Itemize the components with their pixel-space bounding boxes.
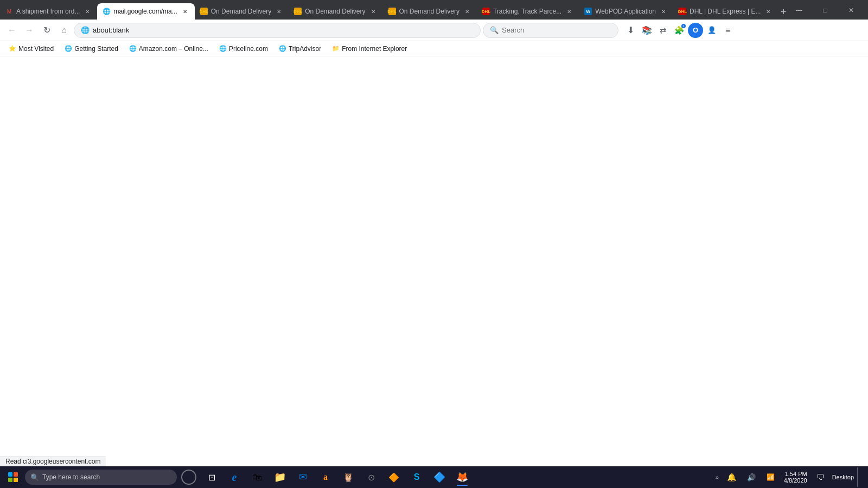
account-button[interactable]: 👤 [704,23,719,38]
tab-close-odd1[interactable]: ✕ [275,7,283,16]
network-bars-icon: 📶 [767,473,775,481]
forward-button[interactable]: → [22,23,37,38]
tab-dhl[interactable]: DHL DHL | DHL Express | E... ✕ [673,3,778,20]
network-icon[interactable]: 📶 [762,467,780,487]
extensions-button[interactable]: 🧩 1 [672,23,687,38]
address-icon: 🌐 [81,26,90,34]
unknown-app-icon: 🔷 [433,471,445,483]
page-content [0,56,868,466]
taskbar: 🔍 ⊡ e 🛍 📁 ✉ a 🦉 ⊙ 🔶 S 🔷 🦊 » [0,466,868,488]
bookmark-label-getting-started: Getting Started [74,45,118,53]
tab-label-gmail: A shipment from ord... [16,8,80,15]
browser-window: M A shipment from ord... ✕ 🌐 mail.google… [0,0,868,466]
tab-bar: M A shipment from ord... ✕ 🌐 mail.google… [0,0,868,20]
tab-gmail[interactable]: M A shipment from ord... ✕ [0,3,97,20]
address-bar[interactable]: 🌐 about:blank [74,23,481,38]
overflow-button[interactable]: » [713,474,721,480]
tab-label-mail: mail.google.com/ma... [113,8,177,15]
volume-icon[interactable]: 🔊 [743,467,760,487]
taskbar-amazon[interactable]: a [315,467,336,487]
desktop-label[interactable]: Desktop [831,474,855,480]
tab-close-odd2[interactable]: ✕ [369,7,378,16]
tab-odd2[interactable]: DHL On Demand Delivery ✕ [289,3,382,20]
tab-odd1[interactable]: DHL On Demand Delivery ✕ [195,3,289,20]
tab-favicon-dhl: DHL [679,8,686,15]
start-button[interactable] [2,467,24,487]
taskbar-skype[interactable]: S [406,467,427,487]
sync-button[interactable]: ⇄ [655,23,671,38]
toolbar: ← → ↻ ⌂ 🌐 about:blank 🔍 ⬇ 📚 ⇄ 🧩 1 O 👤 ≡ [0,20,868,41]
taskbar-task-view[interactable]: ⊡ [201,467,222,487]
bookmark-label-most-visited: Most Visited [18,45,54,53]
folder-app-icon: 📁 [274,471,286,483]
tab-close-gmail[interactable]: ✕ [83,7,92,16]
show-desktop-button[interactable] [857,467,861,487]
taskbar-search-input[interactable] [42,473,162,481]
action-center-icon[interactable]: 🗨 [812,467,829,487]
toolbar-icons: ⬇ 📚 ⇄ 🧩 1 O 👤 ≡ [623,23,736,38]
taskbar-cortana[interactable] [178,467,200,487]
tab-tracking[interactable]: DHL Tracking, Track Parce... ✕ [477,3,579,20]
taskbar-store[interactable]: 🛍 [246,467,268,487]
clock-time: 1:54 PM [785,471,807,477]
amazon-icon: a [323,472,328,482]
bookmark-label-priceline: Priceline.com [229,45,268,53]
taskbar-search-icon: 🔍 [30,473,39,481]
tab-close-tracking[interactable]: ✕ [565,7,573,16]
taskbar-mail[interactable]: ✉ [292,467,314,487]
minimize-button[interactable]: — [787,2,812,18]
tab-close-odd3[interactable]: ✕ [463,7,471,16]
menu-button[interactable]: ≡ [720,23,736,38]
system-clock[interactable]: 1:54 PM 4/8/2020 [782,467,809,487]
taskbar-vlc[interactable]: 🔶 [383,467,405,487]
taskbar-firefox[interactable]: 🦊 [451,467,473,487]
tab-label-dhl: DHL | DHL Express | E... [690,8,761,15]
tab-favicon-gmail: M [5,8,13,15]
folder-icon: 📁 [332,45,340,52]
star-icon: ⭐ [9,45,16,52]
notifications-icon[interactable]: 🔔 [723,467,741,487]
bookmark-label-from-ie: From Internet Explorer [342,45,407,53]
tripadvisor-icon: 🦉 [343,472,354,483]
search-bar[interactable]: 🔍 [483,23,618,38]
search-input[interactable] [502,26,599,34]
task-view-icon: ⊡ [208,472,215,483]
taskbar-app-unknown[interactable]: 🔷 [429,467,450,487]
window-controls: — □ ✕ [787,2,868,20]
taskbar-folder[interactable]: 📁 [269,467,291,487]
maximize-button[interactable]: □ [813,2,838,18]
address-input[interactable]: about:blank [93,26,474,34]
home-button[interactable]: ⌂ [56,23,72,38]
tab-close-dhl[interactable]: ✕ [764,7,773,16]
tab-close-webpod[interactable]: ✕ [659,7,668,16]
bookmarks-button[interactable]: 📚 [639,23,654,38]
bookmark-priceline[interactable]: 🌐 Priceline.com [215,43,272,54]
bookmark-amazon[interactable]: 🌐 Amazon.com – Online... [125,43,213,54]
download-button[interactable]: ⬇ [623,23,638,38]
bookmark-tripadvisor[interactable]: 🌐 TripAdvisor [275,43,326,54]
taskbar-opera[interactable]: ⊙ [360,467,382,487]
cortana-circle [181,470,196,485]
bookmark-from-ie[interactable]: 📁 From Internet Explorer [328,43,411,54]
tab-favicon-tracking: DHL [482,8,490,15]
sync-icon: ⇄ [660,25,667,35]
tab-close-mail[interactable]: ✕ [181,7,189,16]
tab-mail-google[interactable]: 🌐 mail.google.com/ma... ✕ [97,3,194,20]
tab-favicon-odd1: DHL [200,8,208,15]
opera-icon: ⊙ [368,472,375,483]
taskbar-edge[interactable]: e [224,467,245,487]
bookmark-getting-started[interactable]: 🌐 Getting Started [60,43,123,54]
taskbar-search-bar[interactable]: 🔍 [25,470,177,485]
back-button[interactable]: ← [4,23,20,38]
tab-label-odd1: On Demand Delivery [211,8,271,15]
taskbar-tripadvisor[interactable]: 🦉 [337,467,359,487]
close-button[interactable]: ✕ [839,2,864,18]
bookmark-most-visited[interactable]: ⭐ Most Visited [4,43,58,54]
tab-odd3[interactable]: DHL On Demand Delivery ✕ [383,3,477,20]
tab-webpod[interactable]: W WebPOD Application ✕ [579,3,673,20]
refresh-button[interactable]: ↻ [39,23,54,38]
tab-favicon-webpod: W [584,8,592,15]
new-tab-button[interactable]: + [780,4,787,20]
profile-button[interactable]: O [688,23,703,38]
bell-icon: 🔔 [727,473,736,481]
